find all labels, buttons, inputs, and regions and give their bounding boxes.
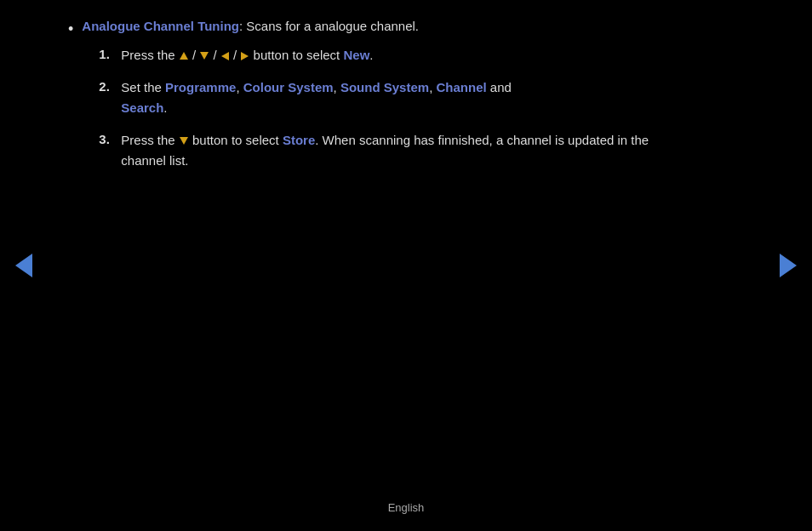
step-3-content: Press the button to select Store. When s… <box>121 130 681 171</box>
step-1-number: 1. <box>99 45 114 65</box>
colour-system-highlight: Colour System <box>243 80 334 94</box>
analogue-channel-tuning-label: Analogue Channel Tuning <box>82 19 239 33</box>
down-arrow-icon-2 <box>180 137 188 145</box>
up-arrow-icon <box>180 52 188 60</box>
step-2: 2. Set the Programme, Colour System, Sou… <box>99 77 681 118</box>
channel-highlight: Channel <box>436 80 486 94</box>
new-highlight: New <box>343 48 369 62</box>
step-1-content: Press the / / / button to select New. <box>121 45 373 66</box>
search-highlight: Search <box>121 100 163 115</box>
down-arrow-icon <box>200 52 209 60</box>
left-arrow-icon <box>221 52 229 60</box>
step-1: 1. Press the / / / button to select New. <box>99 45 681 66</box>
bullet-title-suffix: : Scans for a analogue channel. <box>239 19 419 33</box>
step-2-content: Set the Programme, Colour System, Sound … <box>121 77 512 118</box>
right-arrow-icon <box>241 52 249 60</box>
bullet-dot: • <box>68 18 73 41</box>
step-3: 3. Press the button to select Store. Whe… <box>99 130 681 171</box>
step-2-number: 2. <box>99 77 114 97</box>
programme-highlight: Programme <box>165 80 236 94</box>
language-label: English <box>388 500 425 517</box>
store-highlight: Store <box>283 133 315 147</box>
bullet-text: Analogue Channel Tuning: Scans for a ana… <box>82 17 681 183</box>
sound-system-highlight: Sound System <box>340 80 429 94</box>
right-nav-arrow[interactable] <box>780 254 797 277</box>
sub-steps: 1. Press the / / / button to select New. <box>99 45 681 171</box>
bullet-item: • Analogue Channel Tuning: Scans for a a… <box>68 17 681 183</box>
step-3-number: 3. <box>99 130 114 150</box>
left-nav-arrow[interactable] <box>15 254 32 277</box>
main-content: • Analogue Channel Tuning: Scans for a a… <box>0 0 749 248</box>
